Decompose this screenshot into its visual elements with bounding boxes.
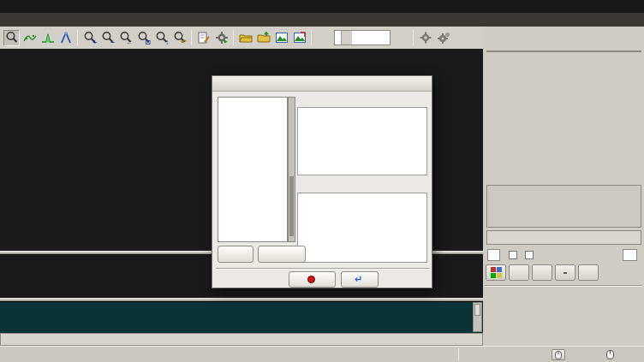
- function-list-scrollbar[interactable]: [288, 97, 295, 242]
- console-scrollbar[interactable]: [473, 302, 482, 332]
- dataset-info: [486, 185, 641, 228]
- ok-icon: ↵: [355, 274, 362, 285]
- dataset-filter-dropdown[interactable]: [486, 230, 641, 245]
- color-gradient-button[interactable]: [486, 264, 506, 281]
- ok-button[interactable]: ↵: [341, 271, 379, 288]
- menubar: [0, 13, 644, 27]
- chevron-down-icon: [341, 31, 352, 45]
- edit-script-icon[interactable]: [195, 30, 212, 46]
- append-data-icon[interactable]: [255, 30, 271, 46]
- toolbar-separator: [77, 30, 78, 45]
- function-list-scrollbar-thumb[interactable]: [289, 176, 294, 236]
- open-data-icon[interactable]: [237, 30, 253, 46]
- save-image-icon[interactable]: [273, 30, 289, 46]
- zoom-mode-icon[interactable]: [3, 30, 20, 46]
- window-titlebar: [0, 0, 644, 13]
- output-console: [0, 301, 483, 333]
- settings-gear-icon[interactable]: [417, 30, 433, 46]
- color-grid-icon: [491, 267, 502, 278]
- zoom-prev-icon[interactable]: ←: [117, 30, 134, 46]
- zoom-all-icon[interactable]: ⊡: [135, 30, 152, 46]
- zoom-vertical-icon[interactable]: ↕: [153, 30, 170, 46]
- dataset-table: [486, 50, 641, 52]
- console-scrollbar-thumb[interactable]: [474, 304, 480, 316]
- run-script-icon[interactable]: [213, 30, 230, 46]
- auto-add-function-icon[interactable]: [315, 30, 331, 46]
- dialog-separator: [216, 268, 430, 270]
- export-image-icon[interactable]: [291, 30, 307, 46]
- dialog-titlebar[interactable]: [212, 76, 432, 92]
- quick-transform-button[interactable]: [555, 264, 575, 281]
- description-box: [297, 193, 427, 263]
- command-input[interactable]: [0, 333, 483, 346]
- mouse-hint-icon: [606, 350, 614, 359]
- statusbar: [0, 346, 644, 362]
- toolbar-separator: [233, 30, 234, 45]
- sigma-checkbox[interactable]: [525, 251, 535, 259]
- zoom-out-icon[interactable]: −: [99, 30, 116, 46]
- baseline-mode-icon[interactable]: [57, 30, 74, 46]
- line-checkbox[interactable]: [509, 251, 519, 259]
- remove-function-button[interactable]: [258, 246, 306, 263]
- transform-icon: [564, 272, 567, 274]
- data-functions-button[interactable]: [532, 264, 552, 281]
- mouse-icon: [555, 351, 562, 359]
- delete-points-button[interactable]: [578, 264, 599, 281]
- fityk-window: + − ← ⊡ ↕ ↶: [0, 0, 644, 362]
- input-history-spinner[interactable]: [470, 335, 480, 344]
- toolbar-separator: [311, 30, 312, 45]
- sidebar-buttons: [486, 264, 599, 281]
- function-definition-manager-dialog: ↵: [212, 75, 432, 288]
- definition-box[interactable]: [297, 107, 427, 175]
- add-peak-tool-icon[interactable]: [393, 30, 409, 46]
- zoom-in-icon[interactable]: +: [81, 30, 98, 46]
- zoom-undo-icon[interactable]: ↶: [171, 30, 188, 46]
- cancel-button[interactable]: [289, 271, 336, 288]
- function-list: [218, 97, 288, 242]
- cancel-icon: [307, 276, 315, 283]
- sidebar: [483, 27, 644, 346]
- statusbar-divider: [458, 348, 459, 360]
- plot-sum-button[interactable]: [509, 264, 529, 281]
- data-shift-value[interactable]: [623, 249, 637, 261]
- display-controls: [485, 247, 642, 263]
- session-settings-gear-icon[interactable]: [435, 30, 451, 46]
- sidebar-groove: [485, 285, 642, 287]
- peak-type-dropdown[interactable]: [334, 30, 391, 45]
- toolbar-separator: [191, 30, 192, 45]
- point-size-value[interactable]: [487, 249, 500, 261]
- mouse-config-button[interactable]: [552, 349, 565, 360]
- toolbar-separator: [413, 30, 414, 45]
- add-function-button[interactable]: [218, 246, 253, 263]
- data-range-mode-icon[interactable]: [21, 30, 38, 46]
- add-peak-mode-icon[interactable]: [39, 30, 56, 46]
